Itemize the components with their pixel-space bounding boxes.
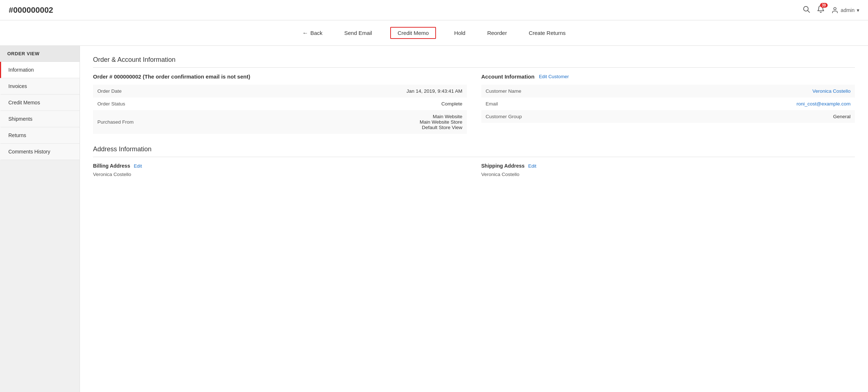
table-row: Email roni_cost@example.com [481, 97, 855, 110]
search-icon[interactable] [802, 5, 810, 15]
sidebar-item-invoices[interactable]: Invoices [0, 78, 80, 95]
billing-address-name: Veronica Costello [93, 172, 467, 177]
main-layout: ORDER VIEW Information Invoices Credit M… [0, 46, 868, 392]
notification-count: 39 [820, 3, 828, 8]
table-row: Customer Name Veronica Costello [481, 85, 855, 97]
content-area: Order & Account Information Order # 0000… [80, 46, 868, 392]
customer-name-value: Veronica Costello [540, 85, 855, 97]
account-info-header: Account Information Edit Customer [481, 73, 855, 80]
order-date-value: Jan 14, 2019, 9:43:41 AM [151, 85, 467, 97]
top-header: #000000002 39 admin ▾ [0, 0, 868, 20]
create-returns-button[interactable]: Create Returns [525, 28, 569, 38]
back-button[interactable]: ← Back [299, 28, 326, 39]
shipping-address-col: Shipping Address Edit Veronica Costello [481, 163, 855, 177]
admin-menu[interactable]: admin ▾ [831, 7, 859, 14]
edit-customer-link[interactable]: Edit Customer [539, 74, 569, 79]
billing-edit-link[interactable]: Edit [134, 163, 142, 169]
sidebar-item-shipments[interactable]: Shipments [0, 111, 80, 127]
sidebar: ORDER VIEW Information Invoices Credit M… [0, 46, 80, 392]
email-label: Email [481, 97, 540, 110]
sidebar-header: ORDER VIEW [0, 46, 80, 62]
reorder-button[interactable]: Reorder [484, 28, 510, 38]
shipping-edit-link[interactable]: Edit [528, 163, 536, 169]
shipping-address-name: Veronica Costello [481, 172, 855, 177]
order-status-value: Complete [151, 97, 467, 110]
sidebar-item-credit-memos[interactable]: Credit Memos [0, 95, 80, 111]
purchased-from-label: Purchased From [93, 110, 151, 134]
customer-group-value: General [540, 110, 855, 123]
sidebar-item-returns[interactable]: Returns [0, 127, 80, 144]
sidebar-item-comments-history[interactable]: Comments History [0, 144, 80, 160]
customer-group-label: Customer Group [481, 110, 540, 123]
sidebar-item-information[interactable]: Information [0, 62, 80, 78]
table-row: Order Date Jan 14, 2019, 9:43:41 AM [93, 85, 467, 97]
email-value: roni_cost@example.com [540, 97, 855, 110]
order-header-text: Order # 000000002 (The order confirmatio… [93, 73, 467, 80]
svg-point-0 [804, 7, 808, 11]
order-account-two-col: Order # 000000002 (The order confirmatio… [93, 73, 855, 134]
table-row: Purchased From Main Website Main Website… [93, 110, 467, 134]
email-link[interactable]: roni_cost@example.com [796, 101, 851, 107]
order-account-section-title: Order & Account Information [93, 56, 855, 68]
order-info-col: Order # 000000002 (The order confirmatio… [93, 73, 467, 134]
send-email-button[interactable]: Send Email [341, 28, 376, 38]
shipping-address-label: Shipping Address [481, 163, 525, 169]
notification-bell[interactable]: 39 [817, 5, 825, 15]
action-bar: ← Back Send Email Credit Memo Hold Reord… [0, 20, 868, 46]
table-row: Customer Group General [481, 110, 855, 123]
address-section-title: Address Information [93, 145, 855, 157]
address-two-col: Billing Address Edit Veronica Costello S… [93, 163, 855, 177]
header-right: 39 admin ▾ [802, 5, 859, 15]
billing-address-header: Billing Address Edit [93, 163, 467, 169]
order-status-label: Order Status [93, 97, 151, 110]
billing-address-label: Billing Address [93, 163, 130, 169]
customer-name-link[interactable]: Veronica Costello [812, 88, 851, 94]
table-row: Order Status Complete [93, 97, 467, 110]
credit-memo-button[interactable]: Credit Memo [390, 27, 436, 39]
address-section: Address Information Billing Address Edit… [93, 145, 855, 177]
back-arrow-icon: ← [302, 30, 308, 36]
shipping-address-header: Shipping Address Edit [481, 163, 855, 169]
account-info-title: Account Information [481, 73, 535, 80]
account-info-col: Account Information Edit Customer Custom… [481, 73, 855, 134]
billing-address-col: Billing Address Edit Veronica Costello [93, 163, 467, 177]
page-title: #000000002 [9, 5, 53, 15]
order-info-table: Order Date Jan 14, 2019, 9:43:41 AM Orde… [93, 85, 467, 134]
purchased-from-value: Main Website Main Website Store Default … [151, 110, 467, 134]
svg-line-1 [808, 11, 810, 13]
admin-label: admin [841, 7, 855, 13]
hold-button[interactable]: Hold [451, 28, 469, 38]
account-info-table: Customer Name Veronica Costello Email ro… [481, 85, 855, 123]
svg-point-2 [834, 7, 836, 10]
customer-name-label: Customer Name [481, 85, 540, 97]
admin-chevron: ▾ [857, 7, 859, 13]
order-date-label: Order Date [93, 85, 151, 97]
